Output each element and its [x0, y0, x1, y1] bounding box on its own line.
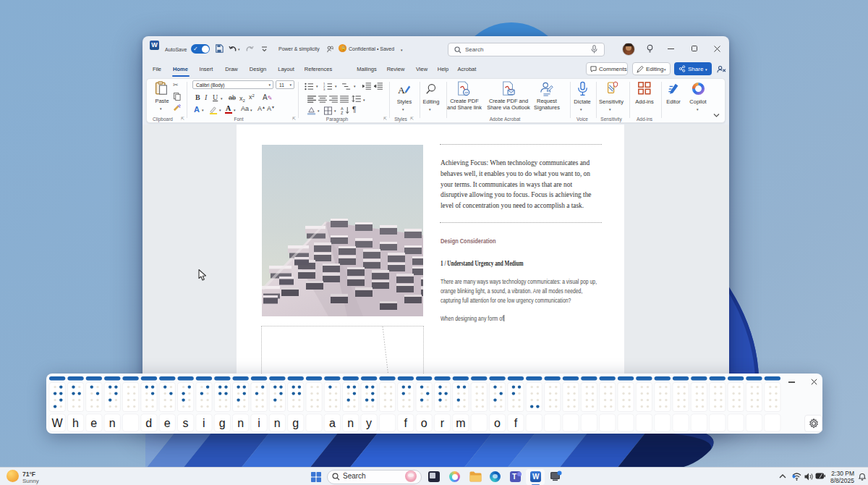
svg-text:i: i — [203, 417, 205, 429]
svg-text:d: d — [145, 417, 152, 429]
svg-text:n: n — [274, 417, 281, 429]
svg-text:r: r — [441, 417, 445, 429]
svg-text:e: e — [90, 417, 97, 429]
svg-text:3: 3 — [323, 88, 326, 90]
svg-text:i: i — [258, 417, 260, 429]
svg-text:y: y — [366, 417, 372, 429]
svg-text:n: n — [347, 417, 354, 429]
svg-text:h: h — [72, 417, 79, 429]
svg-text:o: o — [421, 417, 427, 429]
svg-text:n: n — [109, 417, 116, 429]
svg-text:o: o — [494, 417, 501, 429]
svg-text:g: g — [219, 417, 226, 429]
svg-text:Z: Z — [341, 111, 344, 114]
svg-text:W: W — [52, 417, 64, 429]
svg-text:A: A — [398, 85, 405, 96]
svg-text:n: n — [237, 417, 244, 429]
svg-text:g: g — [292, 417, 299, 429]
svg-text:e: e — [164, 417, 171, 429]
svg-text:a: a — [329, 417, 336, 429]
svg-text:s: s — [183, 417, 189, 429]
svg-text:m: m — [456, 417, 465, 429]
svg-text:f: f — [514, 417, 518, 429]
svg-text:f: f — [404, 417, 408, 429]
